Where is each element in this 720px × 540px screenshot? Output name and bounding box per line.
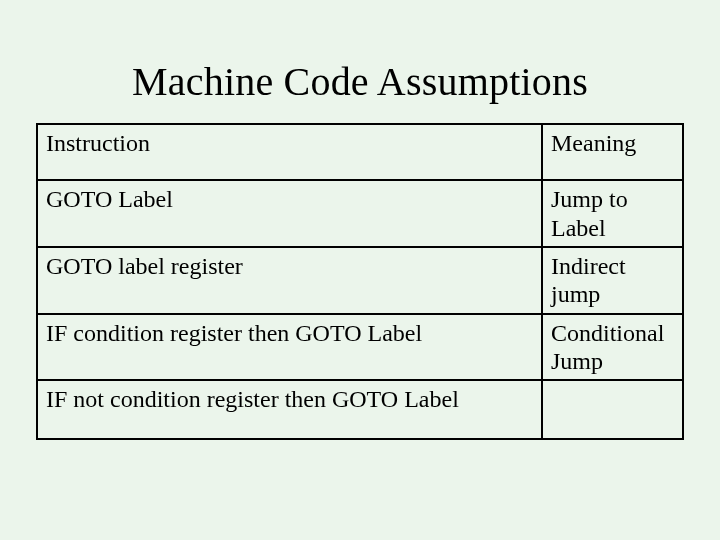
table-row: IF not condition register then GOTO Labe… — [37, 380, 683, 438]
cell-instruction: IF not condition register then GOTO Labe… — [37, 380, 542, 438]
cell-instruction: GOTO label register — [37, 247, 542, 314]
table-header-row: Instruction Meaning — [37, 124, 683, 180]
cell-meaning: Jump to Label — [542, 180, 683, 247]
cell-meaning — [542, 380, 683, 438]
cell-meaning: Conditional Jump — [542, 314, 683, 381]
instruction-table: Instruction Meaning GOTO Label Jump to L… — [36, 123, 684, 440]
cell-meaning: Indirect jump — [542, 247, 683, 314]
page-title: Machine Code Assumptions — [0, 0, 720, 123]
table-row: IF condition register then GOTO Label Co… — [37, 314, 683, 381]
table-row: GOTO Label Jump to Label — [37, 180, 683, 247]
slide: Machine Code Assumptions Instruction Mea… — [0, 0, 720, 540]
cell-instruction: IF condition register then GOTO Label — [37, 314, 542, 381]
table-container: Instruction Meaning GOTO Label Jump to L… — [36, 123, 684, 440]
table-row: GOTO label register Indirect jump — [37, 247, 683, 314]
cell-instruction: GOTO Label — [37, 180, 542, 247]
header-instruction: Instruction — [37, 124, 542, 180]
header-meaning: Meaning — [542, 124, 683, 180]
